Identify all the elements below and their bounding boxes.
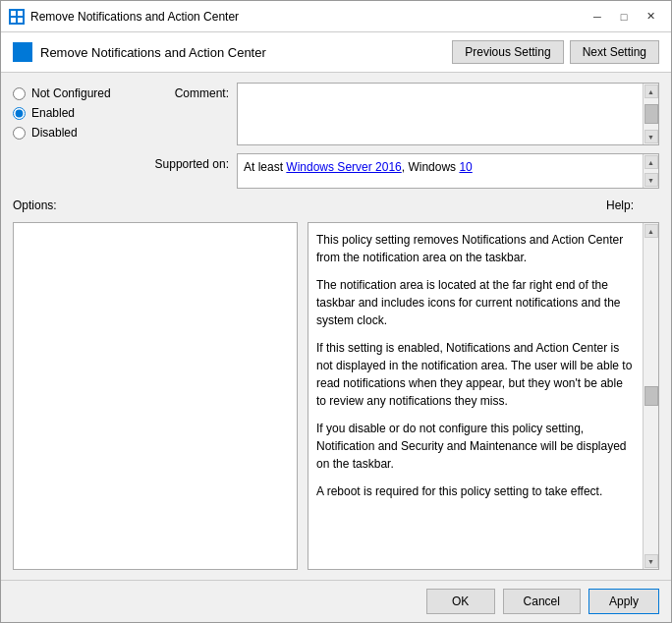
title-bar-text: Remove Notifications and Action Center <box>30 10 585 24</box>
window-icon <box>9 9 25 25</box>
svg-rect-1 <box>18 11 23 16</box>
policy-icon <box>13 42 32 62</box>
header-bar: Remove Notifications and Action Center P… <box>1 32 671 73</box>
windows10-link[interactable]: 10 <box>459 160 472 174</box>
disabled-option[interactable]: Disabled <box>13 126 131 140</box>
not-configured-radio[interactable] <box>13 87 26 100</box>
not-configured-option[interactable]: Not Configured <box>13 86 131 100</box>
comment-label: Comment: <box>140 83 229 100</box>
scroll-thumb[interactable] <box>644 104 658 124</box>
supported-scroll-down[interactable]: ▼ <box>644 173 658 187</box>
enabled-label: Enabled <box>31 106 75 120</box>
comment-input[interactable] <box>238 84 643 144</box>
svg-rect-3 <box>18 18 23 23</box>
cancel-button[interactable]: Cancel <box>503 589 581 614</box>
apply-button[interactable]: Apply <box>588 589 659 614</box>
radio-group: Not Configured Enabled Disabled <box>13 83 131 189</box>
help-scroll-down[interactable]: ▼ <box>644 554 658 568</box>
help-section-label: Help: <box>606 198 634 212</box>
not-configured-label: Not Configured <box>31 86 111 100</box>
help-scroll-thumb[interactable] <box>644 386 658 406</box>
disabled-label: Disabled <box>31 126 78 140</box>
main-window: Remove Notifications and Action Center ─… <box>0 0 672 623</box>
help-scroll-up[interactable]: ▲ <box>644 224 658 238</box>
supported-row: Supported on: At least Windows Server 20… <box>140 153 659 189</box>
help-paragraph-3: If this setting is enabled, Notification… <box>316 339 635 410</box>
comment-scrollbar: ▲ ▼ <box>643 84 658 144</box>
top-section: Not Configured Enabled Disabled Comment: <box>13 83 659 189</box>
options-box <box>13 222 298 570</box>
svg-rect-2 <box>11 18 16 23</box>
header-left: Remove Notifications and Action Center <box>13 42 266 62</box>
help-scrollbar: ▲ ▼ <box>643 223 658 569</box>
scroll-up-arrow[interactable]: ▲ <box>644 85 658 98</box>
help-paragraph-5: A reboot is required for this policy set… <box>316 482 635 500</box>
supported-box: At least Windows Server 2016, Windows 10… <box>237 153 659 189</box>
supported-scroll-up[interactable]: ▲ <box>644 155 658 169</box>
svg-rect-0 <box>11 11 16 16</box>
supported-scrollbar: ▲ ▼ <box>643 154 658 188</box>
ok-button[interactable]: OK <box>426 589 495 614</box>
disabled-radio[interactable] <box>13 127 26 140</box>
header-title: Remove Notifications and Action Center <box>40 45 266 60</box>
help-paragraph-4: If you disable or do not configure this … <box>316 420 635 473</box>
enabled-option[interactable]: Enabled <box>13 106 131 120</box>
close-button[interactable]: ✕ <box>638 4 663 29</box>
comment-box: ▲ ▼ <box>237 83 659 145</box>
next-setting-button[interactable]: Next Setting <box>570 40 659 64</box>
comment-row: Comment: ▲ ▼ <box>140 83 659 145</box>
middle-labels: Options: Help: <box>13 197 659 214</box>
content-area: Not Configured Enabled Disabled Comment: <box>1 73 671 580</box>
windows-server-link[interactable]: Windows Server 2016 <box>286 160 401 174</box>
right-section: Comment: ▲ ▼ Supported on: At least <box>140 83 659 189</box>
footer: OK Cancel Apply <box>1 580 671 622</box>
title-bar-controls: ─ □ ✕ <box>585 4 663 29</box>
title-bar: Remove Notifications and Action Center ─… <box>1 1 671 32</box>
maximize-button[interactable]: □ <box>611 4 637 29</box>
previous-setting-button[interactable]: Previous Setting <box>452 40 563 64</box>
bottom-section: This policy setting removes Notification… <box>13 222 659 570</box>
help-text-content: This policy setting removes Notification… <box>308 223 643 569</box>
header-buttons: Previous Setting Next Setting <box>452 40 659 64</box>
minimize-button[interactable]: ─ <box>585 4 610 29</box>
scroll-down-arrow[interactable]: ▼ <box>644 130 658 143</box>
supported-text: At least Windows Server 2016, Windows 10 <box>238 154 643 188</box>
supported-label: Supported on: <box>140 153 229 171</box>
help-paragraph-1: This policy setting removes Notification… <box>316 231 635 266</box>
options-section-label: Options: <box>13 198 57 212</box>
help-box: This policy setting removes Notification… <box>308 222 659 570</box>
enabled-radio[interactable] <box>13 107 26 120</box>
help-paragraph-2: The notification area is located at the … <box>316 276 635 329</box>
